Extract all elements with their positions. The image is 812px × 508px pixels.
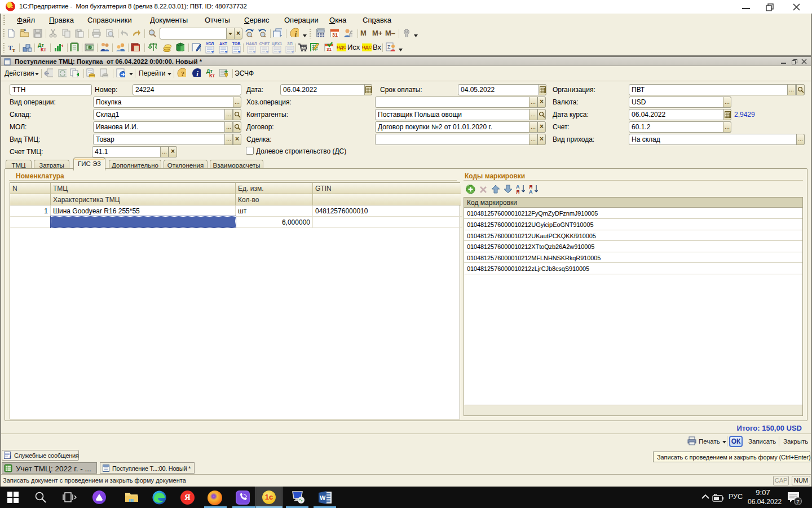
svg-text:А: А [529, 189, 533, 194]
svg-text:W: W [320, 494, 326, 501]
svg-text:Σ: Σ [387, 44, 391, 50]
svg-text:i: i [10, 454, 11, 459]
svg-text:7: 7 [796, 499, 799, 505]
svg-text:Я: Я [516, 189, 519, 194]
svg-text:i: i [295, 30, 297, 37]
svg-text:$: $ [89, 46, 91, 50]
svg-text:31: 31 [326, 47, 332, 51]
svg-text:?: ? [181, 69, 185, 77]
svg-text:т: т [12, 47, 15, 52]
svg-text:i: i [196, 69, 198, 77]
svg-text:31: 31 [332, 32, 338, 37]
